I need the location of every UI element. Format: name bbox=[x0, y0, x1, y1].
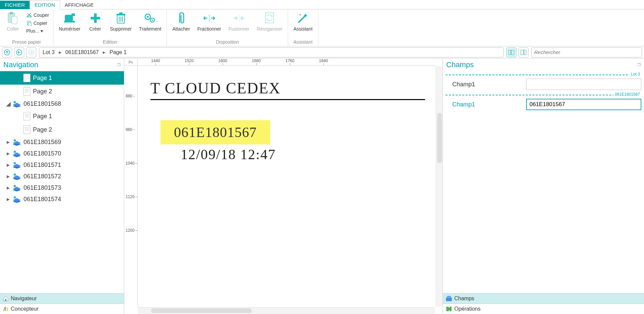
svg-point-51 bbox=[13, 173, 16, 176]
scissors-icon bbox=[26, 12, 32, 18]
scan-button[interactable]: Numériser bbox=[56, 11, 83, 32]
svg-rect-30 bbox=[524, 50, 526, 55]
divider bbox=[150, 99, 425, 100]
breadcrumb-page[interactable]: Page 1 bbox=[109, 49, 127, 55]
field-input-champ1-doc[interactable] bbox=[526, 99, 641, 110]
page-icon bbox=[23, 125, 31, 134]
ribbon-group-layout: Attacher Fractionner Fusionner Réorganis… bbox=[167, 9, 288, 46]
expander-icon[interactable]: ▸ bbox=[6, 161, 10, 169]
field-label: Champ1 bbox=[452, 101, 519, 108]
field-label: Champ1 bbox=[452, 81, 519, 88]
tree-page[interactable]: Page 1 bbox=[0, 71, 124, 85]
fields-title: Champs ❐ bbox=[443, 58, 644, 71]
doc-date-text: 12/09/18 12:47 bbox=[181, 146, 425, 163]
book-icon bbox=[12, 138, 21, 146]
create-button[interactable]: Créer bbox=[85, 11, 105, 32]
tree-doc[interactable]: ▸ 061E1801571 bbox=[0, 159, 124, 171]
copy-icon bbox=[26, 20, 32, 26]
svg-rect-7 bbox=[64, 21, 75, 23]
delete-button[interactable]: Supprimer bbox=[107, 11, 135, 32]
fields-group-separator: Lot 3 bbox=[446, 75, 641, 75]
field-row: Champ1 bbox=[452, 79, 641, 90]
vertical-scrollbar[interactable] bbox=[436, 66, 443, 307]
scrollbar-thumb[interactable] bbox=[437, 113, 442, 163]
svg-rect-27 bbox=[509, 50, 511, 55]
svg-point-23 bbox=[300, 14, 301, 15]
expander-icon[interactable]: ▸ bbox=[6, 195, 10, 203]
svg-point-17 bbox=[147, 16, 149, 18]
tab-navigator[interactable]: Navigateur bbox=[0, 293, 124, 304]
gears-icon bbox=[143, 11, 157, 25]
copy-button[interactable]: Copier bbox=[25, 19, 50, 27]
expander-icon[interactable]: ▸ bbox=[6, 173, 10, 180]
page-icon bbox=[23, 111, 31, 121]
doc-title-text: T CLOUD CEDEX bbox=[150, 79, 425, 97]
ribbon-group-assistant: Assistant Assistant bbox=[288, 9, 318, 46]
scanned-page: T CLOUD CEDEX 061E1801567 12/09/18 12:47 bbox=[144, 69, 432, 303]
search-input[interactable] bbox=[534, 49, 639, 55]
tab-designer[interactable]: Concepteur bbox=[0, 304, 124, 314]
book-icon bbox=[12, 161, 21, 169]
breadcrumb-doc[interactable]: 061E1801567 bbox=[65, 49, 99, 55]
ribbon: Coller Couper Copier Plus... ▾ Presse pa… bbox=[0, 9, 644, 46]
tree-page[interactable]: Page 2 bbox=[0, 123, 124, 136]
cut-button[interactable]: Couper bbox=[25, 11, 50, 19]
vertical-ruler: 880 960 1040 1120 1200 bbox=[124, 66, 138, 307]
clipboard-icon bbox=[6, 11, 19, 25]
svg-rect-35 bbox=[24, 87, 30, 95]
layout-mode-1-button[interactable] bbox=[506, 47, 516, 57]
expander-icon[interactable]: ▸ bbox=[6, 184, 10, 191]
tree-doc[interactable]: ▸ 061E1801570 bbox=[0, 148, 124, 159]
scanner-icon bbox=[63, 11, 76, 25]
svg-rect-31 bbox=[24, 74, 30, 82]
nav-back-button[interactable] bbox=[14, 47, 24, 57]
horizontal-scrollbar[interactable] bbox=[138, 307, 435, 314]
brushes-icon bbox=[3, 306, 9, 312]
nav-forward-button[interactable] bbox=[26, 47, 36, 57]
tab-operations[interactable]: Opérations bbox=[443, 304, 644, 314]
tree-page[interactable]: Page 1 bbox=[0, 109, 124, 123]
expander-icon[interactable]: ▸ bbox=[6, 138, 10, 146]
svg-rect-28 bbox=[511, 50, 514, 55]
tree-page[interactable]: Page 2 bbox=[0, 85, 124, 98]
breadcrumb[interactable]: Lot 3 ▸ 061E1801567 ▸ Page 1 bbox=[39, 47, 504, 57]
tree-doc[interactable]: ◢ 061E1801568 bbox=[0, 98, 124, 109]
nav-up-button[interactable] bbox=[2, 47, 12, 57]
panel-pin-icon[interactable]: ❐ bbox=[117, 63, 121, 67]
page-canvas[interactable]: T CLOUD CEDEX 061E1801567 12/09/18 12:47 bbox=[138, 66, 435, 307]
attach-button[interactable]: Attacher bbox=[170, 11, 192, 32]
reorganize-button[interactable]: Réorganiser bbox=[254, 11, 285, 32]
tree-doc[interactable]: ▸ 061E1801574 bbox=[0, 193, 124, 205]
svg-point-53 bbox=[13, 196, 16, 199]
field-input-champ1-lot[interactable] bbox=[526, 79, 641, 90]
search-box[interactable] bbox=[531, 47, 642, 57]
process-button[interactable]: Traitement bbox=[136, 11, 164, 32]
breadcrumb-lot[interactable]: Lot 3 bbox=[43, 49, 55, 55]
layout-mode-2-button[interactable] bbox=[518, 47, 528, 57]
tab-fields[interactable]: Champs bbox=[443, 293, 644, 304]
fields-panel: Champs ❐ Lot 3 Champ1 061E1801567 Champ1… bbox=[443, 58, 644, 314]
svg-rect-40 bbox=[24, 112, 30, 120]
svg-point-49 bbox=[13, 150, 16, 153]
expander-icon[interactable]: ▸ bbox=[6, 150, 10, 157]
tree-doc[interactable]: ▸ 061E1801573 bbox=[0, 182, 124, 193]
tree-doc[interactable]: ▸ 061E1801572 bbox=[0, 171, 124, 182]
svg-rect-29 bbox=[521, 50, 523, 55]
menu-tab-file[interactable]: FICHIER bbox=[0, 1, 30, 9]
svg-point-48 bbox=[13, 139, 16, 142]
puzzle-icon bbox=[446, 306, 452, 312]
ribbon-group-clipboard: Coller Couper Copier Plus... ▾ Presse pa… bbox=[0, 9, 53, 46]
split-button[interactable]: Fractionner bbox=[195, 11, 224, 32]
menu-tab-affichage[interactable]: AFFICHAGE bbox=[60, 1, 98, 9]
paste-button[interactable]: Coller bbox=[3, 11, 23, 32]
ocr-highlight-field[interactable]: 061E1801567 bbox=[160, 120, 270, 144]
merge-icon bbox=[232, 11, 246, 25]
assistant-button[interactable]: Assistant bbox=[291, 11, 315, 32]
expander-icon[interactable]: ◢ bbox=[6, 100, 10, 107]
panel-pin-icon[interactable]: ❐ bbox=[637, 63, 641, 67]
clipboard-more-button[interactable]: Plus... ▾ bbox=[25, 28, 50, 34]
scrollbar-thumb[interactable] bbox=[151, 308, 252, 313]
tree-doc[interactable]: ▸ 061E1801569 bbox=[0, 136, 124, 148]
merge-button[interactable]: Fusionner bbox=[226, 11, 252, 32]
menu-tab-edition[interactable]: EDITION bbox=[30, 0, 60, 9]
